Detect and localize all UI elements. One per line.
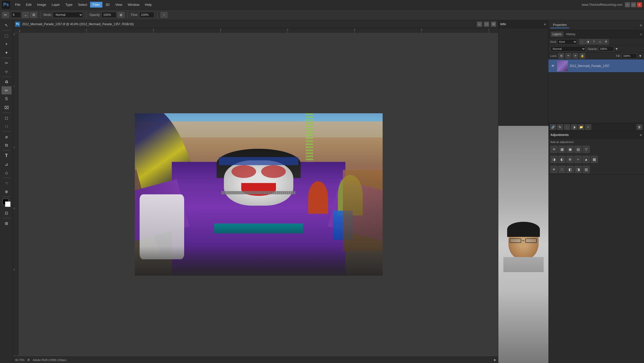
lasso-tool[interactable]: ⌖ — [2, 40, 12, 48]
brush-picker-button[interactable]: ⌄ — [22, 12, 29, 18]
menu-filter[interactable]: Filter — [90, 2, 102, 8]
menu-3d[interactable]: 3D — [103, 2, 112, 8]
hand-tool[interactable]: ☜ — [2, 179, 12, 187]
headband — [219, 157, 298, 165]
blur-tool[interactable]: ⌀ — [2, 133, 12, 141]
lock-position-button[interactable]: ✏ — [566, 53, 571, 59]
posterize-adjustment-icon[interactable]: □ — [558, 166, 566, 173]
add-mask-button[interactable]: ⬚ — [564, 124, 570, 130]
menu-layer[interactable]: Layer — [49, 2, 63, 8]
canvas-window: Ps 2012_Mermaid_Parade_1357.tif @ 40.8% … — [13, 20, 498, 355]
zoom-tool[interactable]: ⊕ — [2, 188, 12, 196]
history-tab[interactable]: History — [564, 31, 577, 37]
photofilter-adjustment-icon[interactable]: ≈ — [575, 156, 582, 163]
hsl-adjustment-icon[interactable]: ◑ — [550, 156, 557, 163]
layer-fx-button[interactable]: fx — [557, 124, 563, 130]
marquee-tool[interactable]: ⬚ — [2, 31, 12, 40]
new-adjustment-button[interactable]: ◑ — [571, 124, 577, 130]
close-app-button[interactable]: ✕ — [637, 2, 642, 7]
dodge-tool[interactable]: ⧉ — [2, 141, 12, 149]
fill-arrow[interactable]: ▼ — [638, 54, 642, 58]
clone-tool[interactable]: S — [2, 95, 12, 103]
invert-adjustment-icon[interactable]: ✕ — [550, 166, 557, 173]
lock-all-button[interactable]: 🔒 — [580, 53, 585, 59]
mode-select[interactable]: Normal — [53, 12, 83, 18]
path-select-tool[interactable]: ⊿ — [2, 160, 12, 168]
delete-layer-button[interactable]: 🗑 — [636, 124, 642, 130]
brush-size-input[interactable] — [11, 12, 21, 18]
canvas-minimize-button[interactable]: – — [477, 22, 482, 27]
properties-collapse-button[interactable]: « — [640, 23, 642, 27]
new-group-button[interactable]: 📁 — [578, 124, 584, 130]
new-layer-button[interactable]: + — [585, 124, 591, 130]
menu-type[interactable]: Type — [63, 2, 75, 8]
menu-view[interactable]: View — [113, 2, 125, 8]
lock-move-button[interactable]: ✛ — [573, 53, 578, 59]
opacity-arrow[interactable]: ▼ — [615, 47, 618, 51]
layers-collapse-button[interactable]: « — [640, 32, 642, 36]
bw-adjustment-icon[interactable]: ⊕ — [567, 156, 574, 163]
gradientmap-adjustment-icon[interactable]: ◨ — [575, 166, 582, 173]
levels-adjustment-icon[interactable]: ▦ — [558, 146, 566, 153]
shape-tool[interactable]: ◇ — [2, 169, 12, 177]
canvas-close-button[interactable]: ✕ — [491, 22, 496, 27]
colorlookup-adjustment-icon[interactable]: ▩ — [591, 156, 598, 163]
properties-tab[interactable]: Properties — [550, 22, 569, 28]
tool-sep-8 — [3, 197, 11, 197]
screen-mode-toggle[interactable]: ⊞ — [2, 219, 12, 227]
brush-settings-button[interactable]: ⚙ — [30, 12, 37, 18]
eyedropper-tool[interactable]: ⊹ — [2, 67, 12, 76]
opacity-input[interactable] — [599, 46, 614, 52]
menu-edit[interactable]: Edit — [23, 2, 34, 8]
selectivecolor-adjustment-icon[interactable]: ▥ — [583, 166, 590, 173]
smoothing-button[interactable]: ~ — [160, 12, 168, 18]
healing-tool[interactable]: ♻ — [2, 78, 12, 86]
airbrush-button[interactable]: ⊕ — [117, 12, 125, 18]
brush-tool[interactable]: ✏ — [2, 86, 12, 94]
brush-tool-icon[interactable]: ✏ — [2, 12, 9, 18]
menu-window[interactable]: Window — [125, 2, 142, 8]
crop-tool[interactable]: ✂ — [2, 59, 12, 67]
colorbalance-adjustment-icon[interactable]: ◐ — [558, 156, 566, 163]
curves-adjustment-icon[interactable]: ▣ — [567, 146, 574, 153]
scroll-right-button[interactable]: ▶ — [494, 358, 496, 361]
fill-input[interactable] — [622, 53, 637, 59]
eraser-tool[interactable]: ◻ — [2, 114, 12, 122]
opacity-input[interactable] — [101, 12, 116, 18]
move-tool[interactable]: ↖ — [2, 21, 12, 29]
type-tool[interactable]: T — [2, 152, 12, 160]
quick-mask-toggle[interactable]: ⊡ — [2, 209, 12, 217]
adjustment-filter-icon[interactable]: ◑ — [585, 39, 591, 45]
info-collapse-button[interactable]: « — [544, 22, 546, 26]
quick-select-tool[interactable]: ✦ — [2, 49, 12, 57]
shape-filter-icon[interactable]: ◇ — [597, 39, 603, 45]
adjustments-collapse-button[interactable]: « — [640, 133, 642, 137]
history-brush-tool[interactable]: ⌧ — [2, 103, 12, 112]
menu-select[interactable]: Select — [75, 2, 90, 8]
minimize-app-button[interactable]: – — [625, 2, 630, 7]
layer-visibility-toggle[interactable]: 👁 — [550, 63, 555, 68]
menu-help[interactable]: Help — [142, 2, 154, 8]
smart-filter-icon[interactable]: ⚙ — [603, 39, 609, 45]
brightness-adjustment-icon[interactable]: ☀ — [550, 146, 557, 153]
lock-pixels-button[interactable]: ⊞ — [558, 53, 564, 59]
channelmixer-adjustment-icon[interactable]: ▲ — [583, 156, 590, 163]
canvas-restore-button[interactable]: □ — [484, 22, 489, 27]
vibrance-adjustment-icon[interactable]: ▽ — [583, 146, 590, 153]
kind-select[interactable]: Kind — [557, 39, 577, 45]
restore-app-button[interactable]: □ — [631, 2, 636, 7]
menu-file[interactable]: File — [13, 2, 23, 8]
gradient-tool[interactable]: ∷ — [2, 122, 12, 130]
canvas-image[interactable] — [135, 113, 383, 276]
layers-tab[interactable]: Layers — [550, 31, 564, 37]
pixel-filter-icon[interactable]: ⬚ — [579, 39, 585, 45]
blend-mode-select[interactable]: Normal — [550, 46, 586, 52]
threshold-adjustment-icon[interactable]: ◧ — [567, 166, 574, 173]
background-color[interactable] — [5, 201, 11, 207]
layer-item[interactable]: 👁 2012_Mermaid_Parade_1357 — [548, 59, 644, 72]
link-layers-button[interactable]: 🔗 — [550, 124, 556, 130]
menu-image[interactable]: Image — [34, 2, 49, 8]
exposure-adjustment-icon[interactable]: ▤ — [575, 146, 582, 153]
flow-input[interactable] — [139, 12, 154, 18]
type-filter-icon[interactable]: T — [591, 39, 597, 45]
